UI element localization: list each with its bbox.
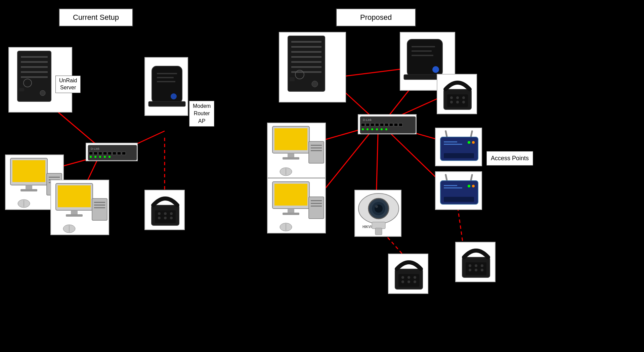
svg-point-69	[158, 212, 161, 215]
svg-point-105	[371, 128, 373, 130]
svg-rect-96	[371, 123, 374, 126]
svg-point-71	[170, 212, 173, 215]
proposed-phone2-device	[388, 254, 428, 294]
svg-point-166	[401, 280, 404, 283]
svg-point-173	[481, 264, 483, 267]
svg-rect-112	[283, 157, 299, 160]
svg-point-165	[414, 276, 416, 279]
svg-rect-79	[291, 56, 321, 58]
svg-rect-145	[445, 174, 448, 182]
proposed-camera-device: HIKVISION	[354, 190, 401, 237]
svg-rect-38	[108, 152, 112, 155]
svg-rect-125	[311, 203, 322, 204]
svg-rect-124	[311, 200, 322, 201]
svg-point-131	[450, 96, 453, 99]
current-pc2-device	[50, 180, 109, 235]
svg-point-72	[158, 217, 161, 219]
svg-rect-144	[444, 153, 474, 158]
svg-rect-148	[444, 185, 457, 186]
proposed-switch-device: D-Link	[358, 114, 417, 134]
svg-rect-152	[444, 197, 474, 202]
svg-rect-64	[94, 207, 105, 208]
svg-rect-159	[372, 222, 385, 229]
svg-rect-76	[291, 41, 321, 43]
svg-rect-50	[20, 189, 37, 191]
svg-rect-113	[309, 141, 324, 163]
svg-rect-102	[399, 123, 402, 126]
proposed-server-device	[279, 32, 346, 102]
svg-rect-26	[152, 66, 182, 103]
modem-router-ap-label: ModemRouterAP	[189, 101, 214, 127]
svg-rect-40	[117, 152, 121, 155]
svg-point-142	[468, 141, 470, 144]
svg-rect-122	[283, 213, 299, 215]
svg-rect-39	[113, 152, 116, 155]
svg-rect-95	[366, 123, 370, 126]
svg-rect-97	[375, 123, 379, 126]
svg-rect-41	[122, 152, 126, 155]
svg-point-157	[375, 205, 378, 208]
svg-rect-80	[291, 61, 321, 63]
svg-point-135	[456, 101, 459, 103]
diagram-container: Current Setup UnRaidServer	[0, 0, 644, 352]
svg-rect-37	[103, 152, 107, 155]
svg-point-175	[475, 269, 477, 271]
svg-rect-140	[444, 141, 457, 142]
svg-point-134	[450, 101, 453, 103]
svg-point-104	[367, 128, 369, 130]
proposed-phone1-device	[437, 74, 477, 114]
svg-line-13	[388, 131, 442, 183]
svg-point-74	[170, 217, 173, 219]
svg-point-28	[171, 93, 177, 99]
svg-point-132	[456, 96, 459, 99]
svg-rect-19	[21, 61, 48, 63]
svg-rect-149	[444, 187, 462, 188]
svg-point-133	[462, 96, 465, 99]
svg-point-164	[407, 276, 410, 279]
svg-rect-94	[361, 123, 365, 126]
svg-point-151	[472, 185, 475, 187]
svg-point-46	[109, 156, 111, 158]
svg-rect-52	[49, 177, 60, 178]
svg-rect-120	[274, 184, 307, 206]
svg-rect-90	[412, 50, 432, 52]
proposed-ap2-device	[435, 171, 482, 210]
svg-point-163	[401, 276, 404, 279]
proposed-pc1-device	[267, 123, 326, 178]
svg-rect-62	[94, 202, 105, 203]
svg-rect-121	[288, 209, 294, 213]
svg-rect-111	[288, 153, 294, 157]
svg-point-73	[164, 217, 167, 219]
svg-rect-84	[290, 77, 295, 81]
svg-point-143	[472, 141, 475, 144]
svg-rect-58	[58, 185, 91, 207]
svg-line-10	[324, 129, 373, 190]
svg-rect-35	[94, 152, 97, 155]
svg-point-171	[469, 264, 471, 267]
svg-rect-36	[98, 152, 102, 155]
current-switch-device: D-Link	[86, 143, 138, 161]
current-modem-device	[144, 57, 188, 116]
svg-point-103	[362, 128, 364, 130]
svg-rect-123	[309, 197, 324, 219]
svg-point-70	[164, 212, 167, 215]
proposed-ap1-device	[435, 128, 482, 166]
svg-rect-29	[157, 73, 177, 74]
svg-rect-22	[21, 76, 48, 78]
svg-point-150	[468, 185, 470, 187]
svg-rect-99	[385, 123, 388, 126]
svg-rect-101	[394, 123, 398, 126]
svg-rect-89	[412, 46, 435, 47]
svg-rect-146	[470, 174, 473, 182]
svg-rect-34	[89, 152, 93, 155]
svg-rect-114	[311, 145, 322, 146]
svg-rect-160	[375, 228, 382, 235]
svg-text:D-Link: D-Link	[91, 147, 100, 150]
svg-rect-60	[66, 214, 83, 217]
current-phone-device	[144, 190, 185, 230]
svg-rect-77	[291, 46, 321, 48]
svg-point-176	[481, 269, 483, 271]
proposed-label: Proposed	[336, 8, 416, 27]
svg-point-168	[414, 280, 416, 283]
svg-rect-81	[291, 66, 321, 68]
